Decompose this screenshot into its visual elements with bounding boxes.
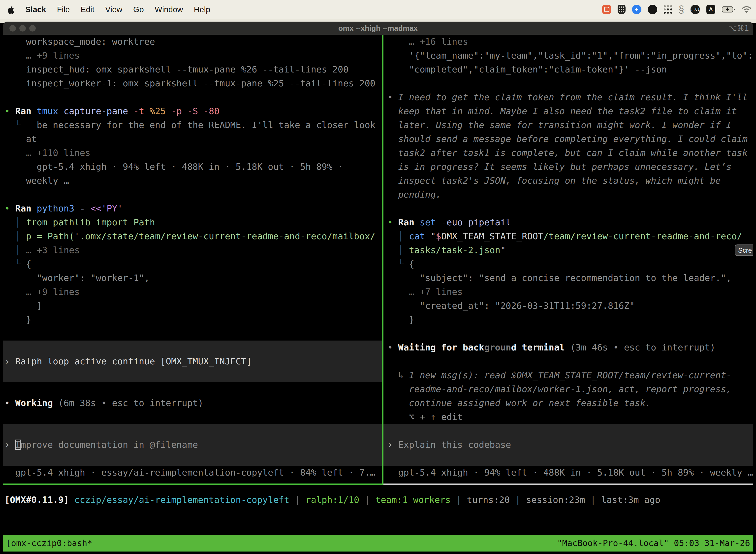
dots-grid-icon[interactable] [664, 5, 672, 14]
menu-items: FileEditViewGoWindowHelp [57, 5, 210, 14]
terminal-line: • Ran set -euo pipefail [383, 215, 753, 229]
terminal-line: gpt-5.4 xhigh · essay/ai-reimplementatio… [3, 466, 382, 480]
terminal-window: omx --xhigh --madmax ⌥⌘1 workspace_mode:… [3, 22, 753, 554]
omx-status-line: [OMX#0.11.9] cczip/essay/ai-reimplementa… [4, 493, 660, 507]
apple-menu-icon[interactable] [7, 5, 14, 14]
terminal-line: │ … +3 lines [3, 243, 382, 257]
terminal-line: "created_at": "2026-03-31T11:59:27.816Z" [383, 299, 753, 313]
terminal-line: › Explain this codebase [383, 438, 753, 452]
terminal-line: "worker": "worker-1", [3, 271, 382, 285]
menu-view[interactable]: View [105, 5, 122, 14]
terminal-line: … +9 lines [3, 285, 382, 299]
menu-go[interactable]: Go [133, 5, 144, 14]
battery-icon[interactable] [722, 6, 735, 13]
tmux-pane-right[interactable]: … +16 lines '{"team_name":"my-team","tas… [383, 35, 753, 484]
terminal-line: } [383, 313, 753, 327]
terminal-line: • Waiting for background terminal (3m 46… [383, 340, 753, 354]
tmux-host-clock: "MacBook-Pro-44.local" 05:03 31-Mar-26 [557, 535, 750, 552]
menu-window[interactable]: Window [155, 5, 183, 14]
terminal-line: '{"team_name":"my-team","task_id":"1","f… [383, 49, 753, 63]
terminal-line: gpt-5.4 xhigh · 94% left · 488K in · 5.1… [3, 160, 382, 174]
terminal-line: inspect_worker-1: omx sparkshell --tmux-… [3, 76, 382, 90]
terminal-line: readme-and-reco/mailbox/worker-1.json, a… [383, 382, 753, 396]
tmux-session-label: [omx-cczip0:bash* [6, 535, 92, 552]
terminal-content: workspace_mode: worktree … +9 lines insp… [3, 35, 753, 554]
terminal-line: } [3, 313, 382, 327]
terminal-line: gpt-5.4 xhigh · 94% left · 488K in · 5.1… [383, 466, 753, 480]
terminal-line: continue assigned work or next feasible … [383, 396, 753, 410]
terminal-line: │ cat "$OMX_TEAM_STATE_ROOT/team/review-… [383, 229, 753, 243]
tmux-pane-left[interactable]: workspace_mode: worktree … +9 lines insp… [3, 35, 382, 484]
pane-divider[interactable] [382, 35, 383, 485]
terminal-line: is in progress? It seems likely but perh… [383, 160, 753, 174]
terminal-line: "completed","claim_token":"claim-token"}… [383, 63, 753, 76]
crescent-app-icon[interactable] [648, 5, 657, 14]
menu-bar: Slack FileEditViewGoWindowHelp § ..61 A [0, 0, 756, 19]
terminal-line: pending. [383, 188, 753, 202]
terminal-line: • I need to get the claim token from the… [383, 90, 753, 104]
terminal-line: › Ralph loop active continue [OMX_TMUX_I… [3, 354, 382, 368]
menu-bar-status-icons: § ..61 A [602, 0, 756, 19]
terminal-line: • Ran python3 - <<'PY' [3, 202, 382, 215]
terminal-line: └ { [383, 257, 753, 271]
terminal-line: ⌥ + ↑ edit [383, 410, 753, 424]
terminal-line: … +16 lines [383, 35, 753, 49]
terminal-line: └ be necessary for the end of the README… [3, 118, 382, 132]
menu-bar-left: Slack FileEditViewGoWindowHelp [0, 5, 210, 14]
keypad-shield-icon[interactable] [618, 5, 626, 14]
tmux-status-bar: [omx-cczip0:bash* "MacBook-Pro-44.local"… [3, 535, 753, 552]
screen-sharing-overlay[interactable]: Scre [735, 244, 753, 256]
percent-badge-icon[interactable]: ..61 [691, 5, 700, 14]
wifi-icon[interactable] [742, 6, 752, 13]
terminal-line: › Improve documentation in @filename [3, 438, 382, 452]
terminal-line: inspect task2's JSON, focusing on the st… [383, 174, 753, 188]
terminal-line: ] [3, 299, 382, 313]
terminal-line: │ tasks/task-2.json" [383, 243, 753, 257]
terminal-line: workspace_mode: worktree [3, 35, 382, 49]
pane-border-bottom-right [383, 484, 753, 485]
pane-border-bottom-left [3, 484, 382, 485]
window-shortcut-hint: ⌥⌘1 [728, 22, 749, 35]
menu-edit[interactable]: Edit [81, 5, 94, 14]
terminal-line: inspect_hud: omx sparkshell --tmux-pane … [3, 63, 382, 76]
terminal-line: weekly … [3, 174, 382, 188]
input-source-icon[interactable]: A [706, 5, 715, 14]
menu-app-name[interactable]: Slack [25, 5, 46, 14]
terminal-line: later. Using the same for transition mig… [383, 118, 753, 132]
menu-help[interactable]: Help [194, 5, 210, 14]
terminal-line: "subject": "send a concise recommendatio… [383, 271, 753, 285]
screenshot-app-icon[interactable] [602, 5, 611, 14]
terminal-line: └ { [3, 257, 382, 271]
screen: Slack FileEditViewGoWindowHelp § ..61 A [0, 0, 756, 554]
terminal-line: ↳ 1 new msg(s): read $OMX_TEAM_STATE_ROO… [383, 368, 753, 382]
blue-badge-icon[interactable] [632, 5, 641, 14]
terminal-line: task2 after task1 is complete, but can I… [383, 146, 753, 160]
window-title-bar: omx --xhigh --madmax ⌥⌘1 [3, 22, 753, 35]
terminal-line: at [3, 132, 382, 146]
terminal-line: … +110 lines [3, 146, 382, 160]
menu-file[interactable]: File [57, 5, 70, 14]
window-title: omx --xhigh --madmax [3, 22, 753, 35]
terminal-line: should send a message before completing … [383, 132, 753, 146]
terminal-line: • Ran tmux capture-pane -t %25 -p -S -80 [3, 104, 382, 118]
terminal-line: • Working (6m 38s • esc to interrupt) [3, 396, 382, 410]
terminal-line: │ p = Path('.omx/state/team/review-curre… [3, 229, 382, 243]
squiggle-icon[interactable]: § [679, 4, 684, 14]
terminal-line: … +9 lines [3, 49, 382, 63]
terminal-line: │ from pathlib import Path [3, 215, 382, 229]
terminal-line: … +7 lines [383, 285, 753, 299]
terminal-line: keep that in mind. Maybe I also need the… [383, 104, 753, 118]
